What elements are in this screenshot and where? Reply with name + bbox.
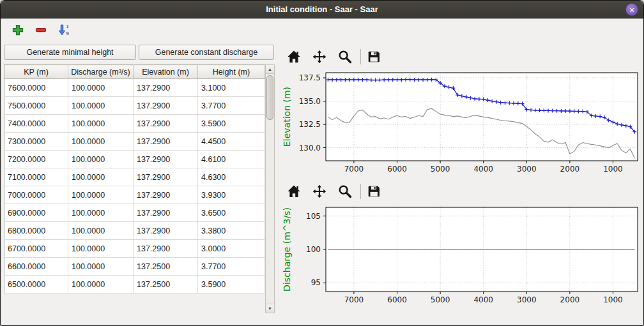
table-row[interactable]: 6700.0000100.0000137.29003.0000 xyxy=(4,240,265,258)
save-button[interactable] xyxy=(365,183,382,200)
table-cell[interactable]: 100.0000 xyxy=(68,79,134,97)
table-cell[interactable]: 100.0000 xyxy=(68,133,134,151)
table-cell[interactable]: 6600.0000 xyxy=(4,258,68,276)
titlebar[interactable]: Initial condition - Saar - Saar ✕ xyxy=(1,1,643,19)
table-cell[interactable]: 137.2500 xyxy=(134,258,198,276)
table-cell[interactable]: 100.0000 xyxy=(68,240,134,258)
table-cell[interactable]: 7600.0000 xyxy=(4,79,68,97)
table-cell[interactable]: 100.0000 xyxy=(68,222,134,240)
table-cell[interactable]: 4.4500 xyxy=(198,133,265,151)
table-cell[interactable]: 137.2900 xyxy=(134,79,198,97)
table-cell[interactable]: 100.0000 xyxy=(68,115,134,133)
table-cell[interactable]: 100.0000 xyxy=(68,258,134,276)
table-cell[interactable]: 3.1000 xyxy=(198,79,265,97)
table-cell[interactable]: 3.5900 xyxy=(198,115,265,133)
generate-minimal-height-button[interactable]: Generate minimal height xyxy=(4,45,136,60)
initial-condition-window: Initial condition - Saar - Saar ✕ 1 9 Ge… xyxy=(0,0,644,326)
table-cell[interactable]: 4.6100 xyxy=(198,151,265,168)
pan-button[interactable] xyxy=(311,183,328,200)
remove-row-button[interactable] xyxy=(33,22,49,38)
table-cell[interactable]: 4.6300 xyxy=(198,168,265,186)
table-cell[interactable]: 100.0000 xyxy=(68,204,134,222)
table-cell[interactable]: 3.7700 xyxy=(198,97,265,115)
column-header-height[interactable]: Height (m) xyxy=(198,65,265,79)
table-cell[interactable]: 7200.0000 xyxy=(4,151,68,168)
table-cell[interactable]: 3.9300 xyxy=(198,186,265,204)
column-header-kp[interactable]: KP (m) xyxy=(4,65,68,79)
table-row[interactable]: 7100.0000100.0000137.29004.6300 xyxy=(4,168,265,186)
table-cell[interactable]: 100.0000 xyxy=(68,276,134,293)
table-cell[interactable]: 7000.0000 xyxy=(4,186,68,204)
table-cell[interactable]: 137.2900 xyxy=(134,151,198,168)
pan-button[interactable] xyxy=(311,48,328,65)
table-cell[interactable]: 3.6500 xyxy=(198,204,265,222)
table-cell[interactable]: 137.2900 xyxy=(134,222,198,240)
scroll-down-arrow-icon[interactable]: ▼ xyxy=(266,304,274,313)
zoom-button[interactable] xyxy=(337,183,353,200)
table-cell[interactable]: 100.0000 xyxy=(68,97,134,115)
close-button[interactable]: ✕ xyxy=(625,3,638,16)
table-row[interactable]: 7000.0000100.0000137.29003.9300 xyxy=(4,186,265,204)
table-cell[interactable]: 7100.0000 xyxy=(4,168,68,186)
svg-text:3000: 3000 xyxy=(517,295,537,304)
table-cell[interactable]: 7300.0000 xyxy=(4,133,68,151)
table-row[interactable]: 6500.0000100.0000137.25003.5900 xyxy=(4,276,265,293)
discharge-chart[interactable]: 700060005000400030002000100095100105Disc… xyxy=(280,204,641,308)
scroll-up-arrow-icon[interactable]: ▲ xyxy=(266,65,274,74)
svg-text:1: 1 xyxy=(66,24,69,29)
generate-constant-discharge-button[interactable]: Generate constant discharge xyxy=(139,45,274,60)
svg-text:9: 9 xyxy=(66,31,69,36)
table-cell[interactable]: 3.0000 xyxy=(198,240,265,258)
table-row[interactable]: 7600.0000100.0000137.29003.1000 xyxy=(4,79,265,97)
home-button[interactable] xyxy=(286,48,302,65)
table-cell[interactable]: 137.2500 xyxy=(134,276,198,293)
svg-text:2000: 2000 xyxy=(560,295,580,304)
table-row[interactable]: 6900.0000100.0000137.29003.6500 xyxy=(4,204,265,222)
table-cell[interactable]: 137.2900 xyxy=(134,97,198,115)
table-cell[interactable]: 7400.0000 xyxy=(4,115,68,133)
table-cell[interactable]: 6800.0000 xyxy=(4,222,68,240)
table-row[interactable]: 6600.0000100.0000137.25003.7700 xyxy=(4,258,265,276)
table-cell[interactable]: 3.7700 xyxy=(198,258,265,276)
table-vertical-scrollbar[interactable]: ▲ ▼ xyxy=(265,64,275,313)
table-cell[interactable]: 100.0000 xyxy=(68,168,134,186)
pan-icon xyxy=(312,50,326,64)
table-row[interactable]: 7300.0000100.0000137.29004.4500 xyxy=(4,133,265,151)
column-header-discharge[interactable]: Discharge (m³/s) xyxy=(68,65,134,79)
table-cell[interactable]: 100.0000 xyxy=(68,186,134,204)
table-cell[interactable]: 137.2900 xyxy=(134,133,198,151)
table-cell[interactable]: 100.0000 xyxy=(68,151,134,168)
table-cell[interactable]: 7500.0000 xyxy=(4,97,68,115)
sort-ascending-icon: 1 9 xyxy=(57,24,70,36)
scrollbar-thumb[interactable] xyxy=(266,75,273,120)
home-button[interactable] xyxy=(286,183,302,200)
table-row[interactable]: 7500.0000100.0000137.29003.7700 xyxy=(4,97,265,115)
table-row[interactable]: 7400.0000100.0000137.29003.5900 xyxy=(4,115,265,133)
table-cell[interactable]: 6700.0000 xyxy=(4,240,68,258)
add-row-button[interactable] xyxy=(10,22,26,38)
table-cell[interactable]: 3.5900 xyxy=(198,276,265,293)
table-cell[interactable]: 137.2900 xyxy=(134,186,198,204)
save-button[interactable] xyxy=(365,48,382,65)
svg-text:6000: 6000 xyxy=(387,295,407,304)
table-row[interactable]: 7200.0000100.0000137.29004.6100 xyxy=(4,151,265,168)
svg-text:137.5: 137.5 xyxy=(299,73,321,82)
app-toolbar: 1 9 xyxy=(1,19,643,40)
table-cell[interactable]: 137.2900 xyxy=(134,168,198,186)
table-cell[interactable]: 3.3800 xyxy=(198,222,265,240)
table-row[interactable]: 6800.0000100.0000137.29003.3800 xyxy=(4,222,265,240)
table-cell[interactable]: 137.2900 xyxy=(134,240,198,258)
column-header-elevation[interactable]: Elevation (m) xyxy=(134,65,198,79)
sort-button[interactable]: 1 9 xyxy=(56,22,72,38)
elevation-chart[interactable]: 7000600050004000300020001000130.0132.513… xyxy=(280,69,641,177)
svg-text:135.0: 135.0 xyxy=(299,97,321,106)
zoom-button[interactable] xyxy=(337,48,353,65)
toolbar-separator xyxy=(360,184,361,199)
svg-text:95: 95 xyxy=(311,278,321,287)
table-cell[interactable]: 137.2900 xyxy=(134,115,198,133)
table-cell[interactable]: 137.2900 xyxy=(134,204,198,222)
toolbar-separator xyxy=(360,49,361,64)
table-cell[interactable]: 6500.0000 xyxy=(4,276,68,293)
save-icon xyxy=(367,184,381,198)
table-cell[interactable]: 6900.0000 xyxy=(4,204,68,222)
